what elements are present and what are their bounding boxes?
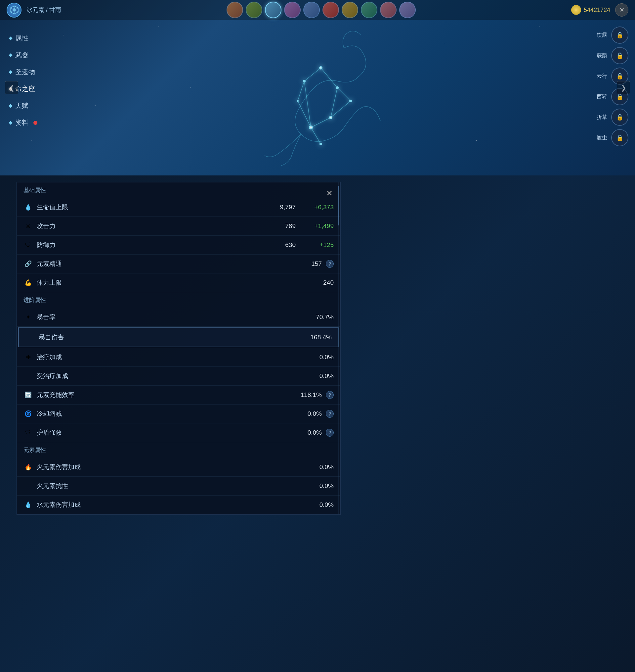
chevron-left-icon: ❮ [9,84,15,92]
stats-row-bonus: +1,499 [301,223,334,230]
svg-point-1 [13,8,16,12]
constellation-node-0[interactable]: 饮露🔒 [597,26,628,44]
constellation-node-5[interactable]: 履虫🔒 [597,129,628,146]
const-node-circle: 🔒 [611,26,628,44]
sidebar-item-天赋[interactable]: 天赋 [7,97,60,114]
stats-row-value: 70.7% [307,314,334,321]
stats-row-icon: 🔄 [23,390,33,400]
stats-row-icon [23,481,33,490]
stats-row-value: 118.1% [295,391,322,399]
stats-row-icon: 💧 [23,203,33,212]
constellation-node-1[interactable]: 获麟🔒 [597,47,628,64]
char-avatar-6[interactable] [342,2,358,18]
panel-close-button[interactable]: ✕ [324,187,335,199]
character-list [71,2,571,18]
char-avatar-7[interactable] [361,2,377,18]
chevron-right-icon: ❯ [621,84,627,92]
const-node-circle: 🔒 [611,47,628,64]
svg-line-15 [298,81,304,101]
stats-row: 💧生命值上限9,797+6,373 [17,198,340,217]
stats-row: ✦暴击率70.7% [17,308,340,327]
notification-dot [34,121,37,125]
stats-row-value: 0.0% [307,501,334,508]
sidebar-item-label: 武器 [15,51,28,60]
char-avatar-8[interactable] [380,2,397,18]
svg-point-26 [320,67,322,68]
scroll-bar[interactable] [337,183,340,514]
stats-row-value: 9,797 [269,204,296,211]
stats-row: 火元素抗性0.0% [17,477,340,496]
svg-line-13 [304,68,321,81]
help-icon[interactable]: ? [326,410,334,418]
right-nav-arrow[interactable]: ❯ [617,81,630,94]
stats-row: 💪体力上限240 [17,273,340,292]
sidebar-item-label: 资料 [15,118,28,127]
const-node-circle: 🔒 [611,129,628,146]
stats-row-value: 0.0% [295,429,322,436]
char-avatar-3[interactable] [284,2,301,18]
const-node-label: 履虫 [597,134,607,141]
stats-row-icon: 🌀 [23,409,33,418]
char-avatar-2[interactable] [265,2,281,18]
breadcrumb: 冰元素 / 甘雨 [26,6,61,14]
svg-line-11 [311,118,331,127]
const-node-circle: 🔒 [611,109,628,126]
sidebar-item-资料[interactable]: 资料 [7,114,60,131]
svg-line-9 [337,88,351,101]
const-node-label: 折草 [597,114,607,121]
sidebar-item-label: 天赋 [15,101,28,110]
help-icon[interactable]: ? [326,260,334,268]
help-icon[interactable]: ? [326,391,334,399]
stats-row-icon: ⚔ [23,222,33,231]
nav-close-button[interactable]: ✕ [615,3,628,17]
constellation-node-4[interactable]: 折草🔒 [597,109,628,126]
stats-row-icon [25,333,35,342]
stats-row-name: 水元素伤害加成 [37,501,307,509]
stats-row-name: 火元素抗性 [37,482,307,490]
constellation-display [73,20,569,175]
stats-row-name: 火元素伤害加成 [37,463,307,471]
stats-row-value: 0.0% [307,463,334,471]
stats-row: 🔗元素精通157? [17,255,340,273]
svg-point-28 [310,126,312,128]
stats-row: 🔥火元素伤害加成0.0% [17,458,340,477]
svg-point-20 [349,100,352,102]
stats-row-icon: 🛡 [23,240,33,250]
help-icon[interactable]: ? [326,429,334,437]
sidebar-item-label: 属性 [15,34,28,43]
char-avatar-1[interactable] [246,2,262,18]
stats-section-header: 基础属性 [17,183,340,198]
diamond-icon [8,121,12,124]
stats-row-value: 0.0% [307,354,334,361]
stats-row: ⚔攻击力789+1,499 [17,217,340,236]
char-avatar-5[interactable] [323,2,339,18]
stats-row-value: 240 [307,279,334,286]
sidebar-item-武器[interactable]: 武器 [7,47,60,64]
stats-row-name: 治疗加成 [37,353,307,361]
stats-row-icon: ✦ [23,313,33,322]
stats-row-value: 0.0% [295,410,322,417]
stats-row-name: 生命值上限 [37,203,269,212]
game-logo [7,3,22,18]
left-nav-arrow[interactable]: ❮ [5,81,18,94]
sidebar-item-label: 圣遗物 [15,67,35,77]
char-avatar-4[interactable] [303,2,320,18]
stats-row-name: 防御力 [37,241,269,249]
stats-row-name: 元素精通 [37,259,295,268]
stats-row-icon: 🛡 [23,428,33,437]
char-avatar-9[interactable] [399,2,416,18]
stats-row: 🛡护盾强效0.0%? [17,423,340,442]
sidebar-item-圣遗物[interactable]: 圣遗物 [7,64,60,80]
stats-row-name: 元素充能效率 [37,391,295,399]
svg-point-23 [320,143,322,145]
char-avatar-0[interactable] [226,2,243,18]
const-node-label: 获麟 [597,52,607,59]
close-icon: ✕ [326,189,333,198]
stats-row-value: 789 [269,223,296,230]
sidebar-item-属性[interactable]: 属性 [7,30,60,47]
stats-row: 🔄元素充能效率118.1%? [17,386,340,404]
stats-row-value: 157 [295,260,322,268]
stats-row: 🌀冷却缩减0.0%? [17,404,340,423]
stats-row-name: 护盾强效 [37,428,295,437]
const-node-label: 云行 [597,73,607,80]
